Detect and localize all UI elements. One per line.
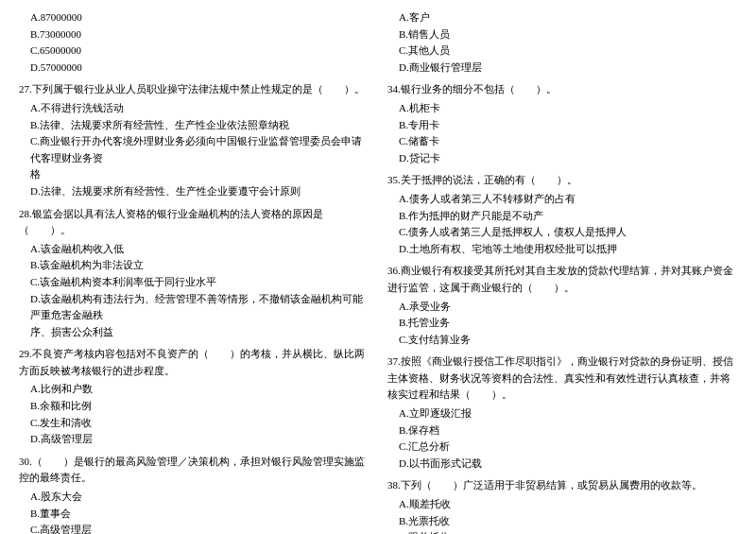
question-27: 27.下列属于银行业从业人员职业操守法律法规中禁止性规定的是（ ）。 A.不得进… (19, 81, 369, 199)
question-38: 38.下列（ ）广泛适用于非贸易结算，或贸易从属费用的收款等。 A.顺差托收 B… (387, 477, 737, 534)
option-item: C.债务人或者第三人是抵押权人，债权人是抵押人 (399, 224, 737, 241)
option-item: A.承受业务 (399, 299, 737, 316)
option-item: C.储蓄卡 (399, 133, 737, 150)
option-item: B.该金融机构为非法设立 (30, 257, 369, 274)
options-list: A.客户 B.销售人员 C.其他人员 D.商业银行管理层 (387, 9, 737, 76)
option-item: B.保存档 (399, 422, 737, 439)
option-item: A.该金融机构收入低 (30, 241, 369, 258)
question-text: 35.关于抵押的说法，正确的有（ ）。 (387, 172, 737, 189)
option-item: D.高级管理层 (30, 431, 369, 448)
options-list: A.债务人或者第三人不转移财产的占有 B.作为抵押的财产只能是不动产 C.债务人… (387, 191, 737, 257)
option-item: C.65000000 (30, 43, 369, 60)
options-list: A.比例和户数 B.余额和比例 C.发生和清收 D.高级管理层 (19, 381, 369, 447)
option-item: A.客户 (399, 9, 737, 26)
q33-continued-options: A.客户 B.销售人员 C.其他人员 D.商业银行管理层 (387, 9, 737, 76)
left-column: A.87000000 B.73000000 C.65000000 D.57000… (19, 9, 369, 534)
question-34: 34.银行业务的细分不包括（ ）。 A.机柜卡 B.专用卡 C.储蓄卡 D.贷记… (387, 81, 737, 166)
question-text: 29.不良资产考核内容包括对不良资产的（ ）的考核，并从横比、纵比两方面反映被考… (19, 346, 369, 379)
option-item: A.股东大会 (30, 489, 369, 506)
option-item: B.董事会 (30, 506, 369, 523)
question-text: 38.下列（ ）广泛适用于非贸易结算，或贸易从属费用的收款等。 (387, 477, 737, 494)
option-item: C.其他人员 (399, 43, 737, 60)
option-item: D.法律、法规要求所有经营性、生产性企业要遵守会计原则 (30, 183, 369, 200)
question-text: 36.商业银行有权接受其所托对其自主发放的贷款代理结算，并对其账户资金进行监管，… (387, 263, 737, 296)
question-37: 37.按照《商业银行授信工作尽职指引》，商业银行对贷款的身份证明、授信主体资格、… (387, 353, 737, 472)
options-list: A.承受业务 B.托管业务 C.支付结算业务 (387, 299, 737, 349)
question-text: 28.银监会据以具有法人资格的银行业金融机构的法人资格的原因是（ ）。 (19, 206, 369, 239)
options-list: A.机柜卡 B.专用卡 C.储蓄卡 D.贷记卡 (387, 100, 737, 166)
option-item: D.以书面形式记载 (399, 456, 737, 473)
question-text: 30.（ ）是银行的最高风险管理／决策机构，承担对银行风险管理实施监控的最终责任… (19, 454, 369, 487)
question-text: 34.银行业务的细分不包括（ ）。 (387, 81, 737, 98)
option-item: A.立即逐级汇报 (399, 405, 737, 422)
option-item: C.商业银行开办代客境外理财业务必须向中国银行业监督管理委员会申请代客理财业务资 (30, 133, 369, 166)
option-item: B.法律、法规要求所有经营性、生产性企业依法照章纳税 (30, 117, 369, 134)
option-item: B.余额和比例 (30, 398, 369, 415)
question-text: 37.按照《商业银行授信工作尽职指引》，商业银行对贷款的身份证明、授信主体资格、… (387, 353, 737, 404)
option-item: 格 (30, 166, 369, 183)
right-column: A.客户 B.销售人员 C.其他人员 D.商业银行管理层 34.银行业务的细分不… (387, 9, 737, 534)
option-item: C.支付结算业务 (399, 332, 737, 349)
option-item: C.该金融机构资本利润率低于同行业水平 (30, 274, 369, 291)
option-item: A.87000000 (30, 9, 369, 26)
options-list: A.股东大会 B.董事会 C.高级管理层 D.监事会 (19, 489, 369, 534)
page-content: A.87000000 B.73000000 C.65000000 D.57000… (19, 9, 737, 534)
question-28: 28.银监会据以具有法人资格的银行业金融机构的法人资格的原因是（ ）。 A.该金… (19, 206, 369, 341)
option-item: D.57000000 (30, 60, 369, 77)
option-item: B.销售人员 (399, 26, 737, 43)
options-list: A.立即逐级汇报 B.保存档 C.汇总分析 D.以书面形式记载 (387, 405, 737, 472)
options-list: A.该金融机构收入低 B.该金融机构为非法设立 C.该金融机构资本利润率低于同行… (19, 241, 369, 341)
question-text: 27.下列属于银行业从业人员职业操守法律法规中禁止性规定的是（ ）。 (19, 81, 369, 98)
option-item: A.不得进行洗钱活动 (30, 100, 369, 117)
question-30: 30.（ ）是银行的最高风险管理／决策机构，承担对银行风险管理实施监控的最终责任… (19, 454, 369, 534)
option-item: B.托管业务 (399, 315, 737, 332)
option-item: D.土地所有权、宅地等土地使用权经批可以抵押 (399, 241, 737, 258)
option-item: C.跟单托收 (399, 529, 737, 534)
prev-options: A.87000000 B.73000000 C.65000000 D.57000… (19, 9, 369, 76)
option-item: B.光票托收 (399, 513, 737, 530)
options-list: A.不得进行洗钱活动 B.法律、法规要求所有经营性、生产性企业依法照章纳税 C.… (19, 100, 369, 200)
option-item: D.该金融机构有违法行为、经营管理不善等情形，不撤销该金融机构可能严重危害金融秩 (30, 291, 369, 324)
option-item: 序、损害公众利益 (30, 324, 369, 341)
question-35: 35.关于抵押的说法，正确的有（ ）。 A.债务人或者第三人不转移财产的占有 B… (387, 172, 737, 257)
option-item: A.顺差托收 (399, 496, 737, 513)
option-item: B.作为抵押的财产只能是不动产 (399, 208, 737, 225)
option-item: A.比例和户数 (30, 381, 369, 398)
question-29: 29.不良资产考核内容包括对不良资产的（ ）的考核，并从横比、纵比两方面反映被考… (19, 346, 369, 448)
question-36: 36.商业银行有权接受其所托对其自主发放的贷款代理结算，并对其账户资金进行监管，… (387, 263, 737, 348)
option-item: A.债务人或者第三人不转移财产的占有 (399, 191, 737, 208)
option-item: D.贷记卡 (399, 150, 737, 167)
option-item: C.高级管理层 (30, 522, 369, 534)
option-item: B.专用卡 (399, 117, 737, 134)
options-list: A.顺差托收 B.光票托收 C.跟单托收 D.出口托收 (387, 496, 737, 534)
option-item: C.发生和清收 (30, 415, 369, 432)
option-item: A.机柜卡 (399, 100, 737, 117)
option-item: B.73000000 (30, 26, 369, 43)
option-item: D.商业银行管理层 (399, 60, 737, 77)
prev-options-list: A.87000000 B.73000000 C.65000000 D.57000… (19, 9, 369, 76)
option-item: C.汇总分析 (399, 439, 737, 456)
